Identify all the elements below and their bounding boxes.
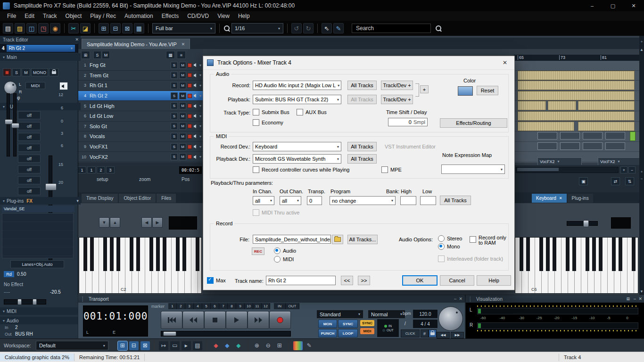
snap-grid-dropdown[interactable]: 1/16▾ xyxy=(231,23,283,33)
record-arm-led[interactable] xyxy=(188,134,192,139)
workspace-dropdown[interactable]: Default▾ xyxy=(36,341,108,350)
in-marker-button[interactable]: IN xyxy=(274,303,286,309)
monitor-volume-knob[interactable] xyxy=(438,306,463,331)
search-icon[interactable] xyxy=(435,25,442,32)
zoom-preset-chip[interactable]: 3 xyxy=(106,166,115,173)
aux-fader-groove[interactable] xyxy=(7,93,10,156)
crossfade-icon[interactable]: ◪ xyxy=(80,23,91,33)
speaker-icon[interactable] xyxy=(193,124,198,129)
undo-icon[interactable]: ↺ xyxy=(291,23,302,33)
fader-handle[interactable] xyxy=(11,123,19,128)
visualization-header[interactable]: ┆ Visualization ⊞ – ✕ xyxy=(466,295,644,303)
record-arm-button[interactable] xyxy=(3,68,11,76)
menu-item[interactable]: Help xyxy=(234,13,254,19)
aux-send-value[interactable]: off xyxy=(18,165,41,173)
aux-send-value[interactable]: off xyxy=(18,176,41,184)
piano-black-keys[interactable] xyxy=(79,238,201,271)
automation-box[interactable] xyxy=(560,132,580,140)
marker-button[interactable]: 7 xyxy=(219,303,228,309)
Ld Gt Low[interactable]: 6 Ld Gt Low S M ▾ xyxy=(78,111,203,122)
record-arm-led[interactable] xyxy=(188,63,192,67)
grid-view-icon[interactable]: ⊞ xyxy=(99,23,109,33)
grid-range-dropdown[interactable]: Full bar▾ xyxy=(152,23,215,33)
track-solo-button[interactable]: S xyxy=(171,133,178,140)
transport-header[interactable]: ┆ Transport – ✕ xyxy=(78,295,465,303)
VocFX1[interactable]: 9 VocFX1 S M ▾ xyxy=(78,142,203,152)
menu-item[interactable]: Object xyxy=(61,13,86,19)
zoom-out-button[interactable]: − xyxy=(628,166,636,173)
fx-slot-label[interactable]: VocFX2 ▾ xyxy=(598,157,642,165)
burn-cd-icon[interactable]: ◉ xyxy=(50,23,60,33)
VocFX2[interactable]: 10 VocFX2 S M ▾ xyxy=(78,152,203,162)
marker-button[interactable]: 8 xyxy=(228,303,236,309)
time-shift-input[interactable]: 0 Smpl xyxy=(388,118,428,126)
next-track-button[interactable]: >> xyxy=(358,276,370,285)
close-panel-icon[interactable]: ✕ xyxy=(638,296,642,301)
layout-single-icon[interactable]: ⊞ xyxy=(118,341,127,350)
Fng Gt[interactable]: 1 Fng Gt S M ▾ xyxy=(78,60,203,71)
setup-label[interactable]: setup xyxy=(97,177,108,182)
redo-icon[interactable]: ↻ xyxy=(303,23,314,33)
track-solo-button[interactable]: S xyxy=(171,92,178,99)
octave-up-button[interactable]: ▲ xyxy=(110,217,120,228)
range-icon[interactable]: ▤ xyxy=(193,341,202,350)
loop-button[interactable]: LOOP xyxy=(338,329,358,337)
mpe-checkbox[interactable]: MPE xyxy=(381,166,402,173)
prev-marker-button[interactable]: ◀◀ xyxy=(437,332,450,338)
bank-low-input[interactable] xyxy=(420,196,436,205)
tab-keyboard[interactable]: Keyboard ✕ xyxy=(532,194,567,203)
layout-grid-icon[interactable]: ⊠ xyxy=(140,341,150,350)
lanes-obj-auto-button[interactable]: Lanes+Obj.Auto xyxy=(10,260,64,268)
Vocals[interactable]: 8 Vocals S M ▾ xyxy=(78,132,203,142)
track-dev-button[interactable]: Track/Dev + xyxy=(381,95,413,104)
marker-button[interactable]: 5 xyxy=(202,303,211,309)
aux-send-value[interactable]: off xyxy=(18,155,41,163)
marker-button[interactable]: 4 xyxy=(194,303,202,309)
rec-badge-button[interactable]: REC xyxy=(252,247,264,255)
track-editor-header[interactable]: Track Editor ✕ xyxy=(0,36,81,43)
forward-button[interactable] xyxy=(248,311,269,329)
curve-mode-icon[interactable]: ◆ xyxy=(223,341,232,350)
track-solo-button[interactable]: S xyxy=(171,123,178,130)
piano-keys[interactable]: C6 xyxy=(515,237,638,294)
zoom-preset-chip[interactable]: 2 xyxy=(97,166,105,173)
bank-high-input[interactable] xyxy=(400,196,416,205)
cut-icon[interactable]: ✂ xyxy=(68,23,79,33)
audio-clip[interactable] xyxy=(548,101,576,110)
velocity-slider[interactable] xyxy=(567,221,598,226)
document-tab[interactable]: Samplitude Mixing Demo - You Are.VIP ✕ xyxy=(82,39,190,49)
list-icon[interactable]: ≡ xyxy=(177,51,186,59)
record-audio-radio[interactable]: Audio xyxy=(274,247,296,254)
track-dev-button[interactable]: Track/Dev + xyxy=(381,81,413,90)
out-chan-dropdown[interactable]: all▾ xyxy=(280,196,301,205)
marker-icon[interactable]: ▸ xyxy=(182,341,191,350)
snap-icon[interactable]: ⊠ xyxy=(122,23,132,33)
scroll-down-icon[interactable]: ▼ xyxy=(639,289,644,294)
object-edit-icon[interactable]: ▭ xyxy=(170,341,180,350)
all-tracks-button[interactable]: All Tracks xyxy=(347,142,377,151)
track-mute-button[interactable]: M xyxy=(179,62,186,69)
automation-box[interactable] xyxy=(583,142,603,150)
v-expand-icon[interactable]: ⇅ xyxy=(625,177,634,185)
automation-box[interactable] xyxy=(537,142,557,150)
midi-playback-device-dropdown[interactable]: Microsoft GS Wavetable Synth▾ xyxy=(253,154,341,164)
zoom-preset-chip[interactable]: 1 xyxy=(78,166,86,173)
all-tracks-file-button[interactable]: All Tracks... xyxy=(347,235,378,244)
color-swatch[interactable] xyxy=(458,86,473,96)
popout-panel-icon[interactable]: ⊞ xyxy=(626,296,630,301)
audio-clip[interactable] xyxy=(518,71,635,80)
record-to-ram-checkbox[interactable]: Record only to RAM xyxy=(470,235,506,246)
track-solo-button[interactable]: S xyxy=(171,153,178,160)
minimize-panel-icon[interactable]: – xyxy=(634,296,636,301)
record-arm-led[interactable] xyxy=(188,104,192,108)
click-button[interactable]: CLICK xyxy=(401,329,420,337)
close-panel-icon[interactable]: ✕ xyxy=(459,296,462,301)
mute-button[interactable]: M xyxy=(22,68,30,76)
menu-item[interactable]: Automation xyxy=(120,13,157,19)
Solo Gt[interactable]: 7 Solo Gt S M ▾ xyxy=(78,122,203,132)
dialog-close-icon[interactable]: ✕ xyxy=(495,59,514,66)
record-button[interactable] xyxy=(269,311,291,329)
audio-clip[interactable] xyxy=(578,101,635,110)
input-value[interactable]: 2 xyxy=(15,325,18,330)
aux-send-value[interactable]: off xyxy=(18,111,41,119)
